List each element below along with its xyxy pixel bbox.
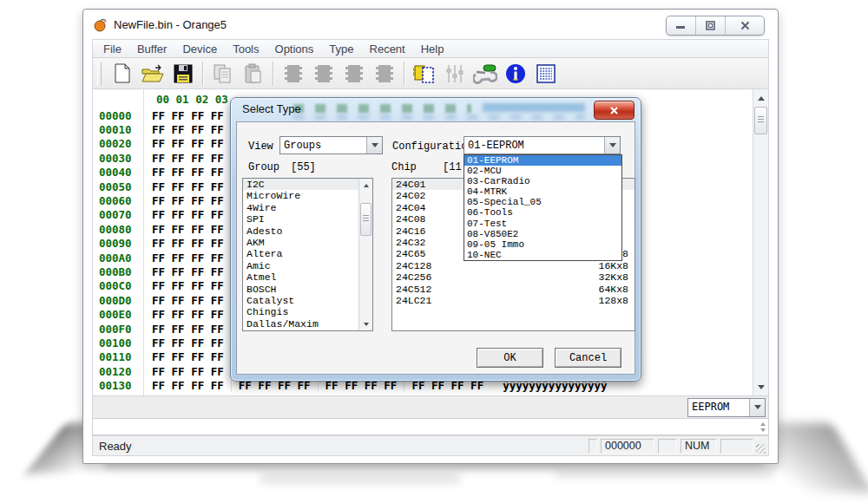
arrow-down-icon: [758, 385, 765, 393]
dialog-close-button[interactable]: [594, 101, 635, 120]
group-list-item[interactable]: Amic: [243, 260, 372, 271]
dropdown-item[interactable]: 04-MTRK: [464, 186, 621, 197]
minimize-button[interactable]: [667, 16, 696, 35]
hex-address: 00070: [93, 208, 143, 221]
chip-list-item[interactable]: 24LC21128x8: [392, 295, 635, 306]
chip-list-item[interactable]: 24C12816Kx8: [392, 260, 635, 271]
settings-tools-button[interactable]: [470, 61, 500, 87]
group-listbox[interactable]: I2CMicroWire4WireSPIAdestoAKMAlteraAmicA…: [242, 178, 373, 331]
hex-values-group[interactable]: FF FF FF FF: [149, 237, 231, 250]
group-items: I2CMicroWire4WireSPIAdestoAKMAlteraAmicA…: [243, 179, 372, 330]
edit-strip[interactable]: [92, 419, 769, 435]
dropdown-item[interactable]: 01-EEPROM: [464, 155, 621, 166]
chip-size: 32Kx8: [598, 271, 628, 283]
vertical-scrollbar[interactable]: [753, 89, 768, 395]
close-button[interactable]: [726, 16, 764, 35]
scroll-up-button[interactable]: [360, 180, 372, 191]
dropdown-item[interactable]: 03-CarRadio: [464, 176, 621, 186]
toolbar-grip[interactable]: [97, 62, 102, 85]
chip-list-item[interactable]: 24C51264Kx8: [392, 284, 635, 295]
configuration-combobox[interactable]: 01-EEPROM: [464, 136, 621, 154]
menu-item-buffer[interactable]: Buffer: [129, 42, 174, 56]
group-list-item[interactable]: 4Wire: [243, 202, 372, 213]
group-list-item[interactable]: Altera: [243, 248, 372, 259]
dropdown-item[interactable]: 06-Tools: [464, 207, 621, 218]
buffer-type-combobox[interactable]: EEPROM: [687, 398, 766, 417]
hex-values-group[interactable]: FF FF FF FF: [149, 223, 231, 236]
hex-address: 000D0: [93, 294, 143, 307]
scrollbar-thumb[interactable]: [754, 107, 767, 134]
filters-button: [439, 61, 470, 87]
dropdown-item[interactable]: 08-V850E2: [464, 229, 621, 239]
group-list-item[interactable]: MicroWire: [243, 190, 372, 201]
hex-values-group[interactable]: FF FF FF FF: [149, 109, 231, 122]
hex-column-headers: 00 01 02 03: [156, 93, 228, 106]
combo-dropdown-button[interactable]: [366, 137, 382, 154]
group-list-item[interactable]: BOSCH: [243, 284, 372, 295]
open-file-button[interactable]: [137, 61, 168, 87]
view-combobox[interactable]: Groups: [279, 136, 383, 154]
editor-grid-button[interactable]: [530, 61, 561, 87]
chip-list-item[interactable]: 24C25632Kx8: [392, 271, 635, 283]
hex-values-group[interactable]: FF FF FF FF: [149, 294, 231, 307]
dropdown-item[interactable]: 07-Test: [464, 219, 621, 229]
resize-grip[interactable]: [756, 444, 766, 454]
combo-dropdown-button[interactable]: [749, 399, 765, 416]
maximize-button[interactable]: [696, 16, 726, 35]
hex-values-group[interactable]: FF FF FF FF: [149, 350, 231, 363]
info-button[interactable]: [500, 61, 530, 87]
chip-button-3: [339, 61, 369, 87]
hex-values-group[interactable]: FF FF FF FF: [149, 365, 231, 378]
spinner-control[interactable]: [760, 420, 766, 434]
hex-values-group[interactable]: FF FF FF FF: [149, 252, 231, 265]
group-list-scrollbar[interactable]: [358, 179, 372, 330]
hex-values-group[interactable]: FF FF FF FF: [149, 166, 231, 179]
hex-values-group[interactable]: FF FF FF FF: [149, 137, 231, 150]
hex-values-group[interactable]: FF FF FF FF: [149, 265, 231, 278]
notes-grid-icon: [536, 63, 556, 84]
scroll-down-button[interactable]: [360, 318, 372, 330]
group-label: Group: [248, 161, 279, 173]
chip-icon: [374, 63, 395, 84]
scroll-up-button[interactable]: [754, 91, 767, 104]
combo-dropdown-button[interactable]: [604, 137, 620, 154]
hex-values-group[interactable]: FF FF FF FF: [149, 279, 231, 292]
menu-item-options[interactable]: Options: [267, 42, 322, 56]
hex-values-group[interactable]: FF FF FF FF: [149, 379, 231, 392]
hex-values-group[interactable]: FF FF FF FF: [149, 336, 231, 349]
group-list-item[interactable]: I2C: [243, 179, 372, 190]
menu-item-recent[interactable]: Recent: [362, 42, 413, 56]
hex-values-group[interactable]: FF FF FF FF: [149, 123, 231, 136]
group-list-item[interactable]: Atmel: [243, 271, 372, 283]
group-list-item[interactable]: Dallas/Maxim: [243, 318, 372, 330]
group-list-item[interactable]: AKM: [243, 237, 372, 248]
menu-item-file[interactable]: File: [95, 42, 129, 56]
status-cell: [720, 439, 753, 454]
dropdown-item[interactable]: 05-Special_05: [464, 197, 621, 207]
group-list-item[interactable]: Catalyst: [243, 295, 372, 306]
cancel-button[interactable]: Cancel: [555, 348, 621, 368]
hex-values-group[interactable]: FF FF FF FF: [149, 180, 231, 193]
save-button[interactable]: [168, 61, 198, 87]
hex-values-group[interactable]: FF FF FF FF: [149, 323, 231, 336]
ok-button[interactable]: OK: [477, 348, 543, 368]
hex-values-group[interactable]: FF FF FF FF: [149, 152, 231, 165]
group-list-item[interactable]: Adesto: [243, 225, 372, 237]
group-list-item[interactable]: Chingis: [243, 306, 372, 317]
group-list-item[interactable]: SPI: [243, 213, 372, 225]
menu-item-help[interactable]: Help: [413, 42, 452, 56]
dropdown-item[interactable]: 02-MCU: [464, 166, 621, 176]
dropdown-item[interactable]: 09-05 Immo: [464, 239, 621, 250]
hex-values-group[interactable]: FF FF FF FF: [149, 208, 231, 221]
chip-clipboard-button[interactable]: [409, 61, 439, 87]
hex-values-group[interactable]: FF FF FF FF: [149, 308, 231, 321]
menu-item-tools[interactable]: Tools: [225, 42, 266, 56]
hex-values-group[interactable]: FF FF FF FF: [149, 194, 231, 207]
scrollbar-thumb[interactable]: [360, 203, 372, 236]
dropdown-item[interactable]: 10-NEC: [464, 250, 621, 260]
new-file-button[interactable]: [107, 61, 137, 87]
chip-size: 64Kx8: [598, 284, 628, 295]
scroll-down-button[interactable]: [754, 381, 767, 394]
menu-item-type[interactable]: Type: [321, 42, 361, 56]
menu-item-device[interactable]: Device: [174, 42, 225, 56]
